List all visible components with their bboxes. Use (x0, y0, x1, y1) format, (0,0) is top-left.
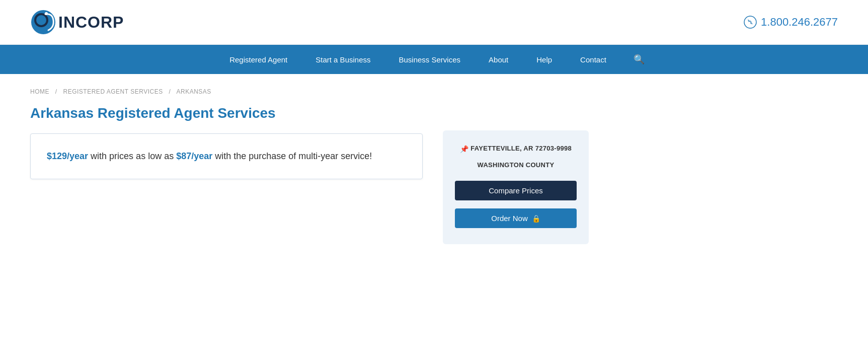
price-text-after: with the purchase of multi-year service! (212, 151, 372, 161)
breadcrumb-sep1: / (55, 88, 57, 95)
search-button[interactable]: 🔍 (625, 45, 653, 74)
breadcrumb-wrap: HOME / REGISTERED AGENT SERVICES / ARKAN… (0, 74, 868, 99)
lock-icon: 🔒 (532, 214, 540, 223)
nav-item-business-services[interactable]: Business Services (384, 45, 475, 74)
compare-prices-button[interactable]: Compare Prices (455, 181, 577, 200)
order-now-label: Order Now (491, 214, 528, 223)
main-content: Arkansas Registered Agent Services $129/… (0, 99, 868, 264)
breadcrumb-home[interactable]: HOME (30, 88, 49, 95)
price-primary: $129/year (47, 151, 88, 161)
nav-item-start-business[interactable]: Start a Business (301, 45, 384, 74)
phone-icon (744, 16, 757, 29)
logo[interactable]: INCORP (30, 9, 124, 35)
phone-number[interactable]: 1.800.246.2677 (744, 16, 838, 29)
nav-item-about[interactable]: About (475, 45, 522, 74)
breadcrumb-sep2: / (169, 88, 171, 95)
location-line: 📌 FAYETTEVILLE, AR 72703-9998 (460, 145, 572, 153)
phone-text: 1.800.246.2677 (761, 16, 838, 29)
logo-text: INCORP (58, 13, 124, 32)
right-sidebar: 📌 FAYETTEVILLE, AR 72703-9998 WASHINGTON… (443, 130, 589, 244)
breadcrumb-state[interactable]: ARKANSAS (177, 88, 211, 95)
search-icon: 🔍 (634, 54, 645, 65)
price-secondary: $87/year (176, 151, 212, 161)
breadcrumb-services[interactable]: REGISTERED AGENT SERVICES (63, 88, 163, 95)
svg-point-3 (45, 12, 48, 15)
location-text: FAYETTEVILLE, AR 72703-9998 (470, 145, 572, 152)
main-nav: Registered Agent Start a Business Busine… (0, 45, 868, 74)
svg-point-4 (744, 16, 756, 28)
order-now-button[interactable]: Order Now 🔒 (455, 208, 577, 228)
price-text-between: with prices as low as (88, 151, 176, 161)
site-header: INCORP 1.800.246.2677 (0, 0, 868, 45)
left-content: Arkansas Registered Agent Services $129/… (30, 105, 423, 179)
price-box: $129/year with prices as low as $87/year… (30, 133, 423, 179)
svg-point-2 (36, 15, 46, 25)
page-title: Arkansas Registered Agent Services (30, 105, 423, 121)
nav-item-registered-agent[interactable]: Registered Agent (215, 45, 301, 74)
nav-item-contact[interactable]: Contact (566, 45, 620, 74)
pin-icon: 📌 (460, 145, 468, 153)
logo-icon (30, 9, 56, 35)
nav-item-help[interactable]: Help (522, 45, 566, 74)
county-text: WASHINGTON COUNTY (478, 161, 555, 169)
breadcrumb: HOME / REGISTERED AGENT SERVICES / ARKAN… (30, 88, 838, 95)
